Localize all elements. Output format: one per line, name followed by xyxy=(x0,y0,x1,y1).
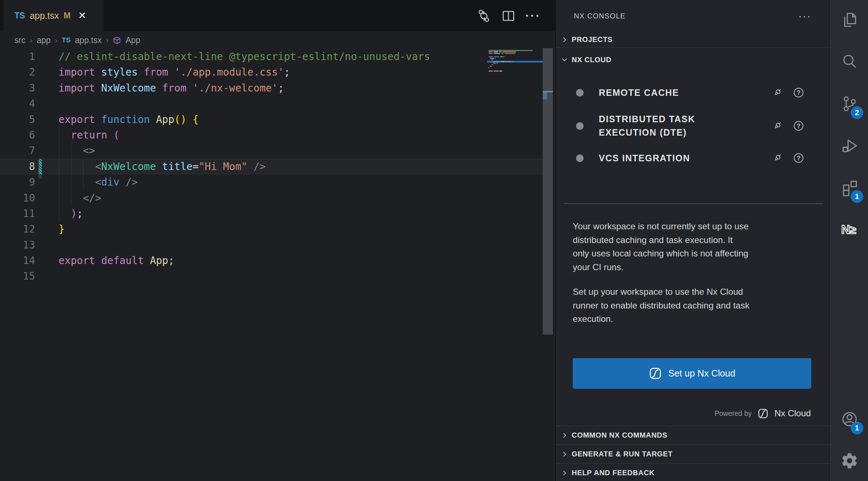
line-number[interactable]: 9 xyxy=(0,174,35,190)
extensions-icon[interactable]: 1 xyxy=(831,168,868,208)
typescript-file-icon: TS xyxy=(62,36,70,44)
chevron-right-icon xyxy=(561,36,568,43)
breadcrumb-symbol[interactable]: App xyxy=(125,35,140,45)
description-line: Your workspace is not currently set up t… xyxy=(573,220,818,233)
line-number[interactable]: 7 xyxy=(0,143,35,158)
split-editor-icon[interactable] xyxy=(500,8,516,24)
breadcrumb-src[interactable]: src xyxy=(14,35,26,45)
svg-text:N: N xyxy=(841,223,850,236)
section-label: HELP AND FEEDBACK xyxy=(572,469,655,477)
code-text: return ( xyxy=(59,127,120,143)
code-line[interactable]: 9 <div /> xyxy=(0,174,543,190)
line-number[interactable]: 6 xyxy=(0,127,35,143)
explorer-icon[interactable] xyxy=(831,0,868,40)
accounts-icon[interactable]: 1 xyxy=(831,399,868,439)
source-control-icon[interactable]: 2 xyxy=(831,84,868,124)
panel-title: NX CONSOLE xyxy=(574,12,626,20)
search-icon[interactable] xyxy=(831,42,868,82)
svg-text:?: ? xyxy=(797,123,800,129)
section-help-and-feedback[interactable]: HELP AND FEEDBACK xyxy=(556,463,830,481)
code-line[interactable]: 6 return ( xyxy=(0,127,543,143)
code-line[interactable]: 8 <NxWelcome title="Hi Mom" /> xyxy=(0,159,543,174)
line-number[interactable]: 12 xyxy=(0,221,35,237)
help-icon[interactable]: ? xyxy=(793,120,804,132)
status-bullet-icon xyxy=(576,89,584,97)
help-icon[interactable]: ? xyxy=(793,87,804,98)
section-common-nx-commands[interactable]: COMMON NX COMMANDS xyxy=(556,426,830,444)
line-number[interactable]: 10 xyxy=(0,190,35,206)
code-text: export default App; xyxy=(59,253,174,268)
nx-console-icon[interactable]: N≥ xyxy=(831,210,868,250)
code-line[interactable]: 13 xyxy=(0,237,543,253)
panel-more-actions-icon[interactable]: ··· xyxy=(798,14,811,18)
help-icon[interactable]: ? xyxy=(793,152,804,164)
symbol-method-icon xyxy=(113,36,121,44)
nx-cloud-item-label: VCS INTEGRATION xyxy=(599,152,690,165)
code-line[interactable]: 2import styles from './app.module.css'; xyxy=(0,64,543,80)
breadcrumb-file[interactable]: app.tsx xyxy=(75,35,102,45)
code-line[interactable]: 14export default App; xyxy=(0,253,543,268)
section-generate-run-target[interactable]: GENERATE & RUN TARGET xyxy=(556,444,830,463)
code-line[interactable]: 15 xyxy=(0,268,543,284)
code-text: <> xyxy=(59,143,95,158)
section-label: PROJECTS xyxy=(572,35,613,44)
code-line[interactable]: 3import NxWelcome from './nx-welcome'; xyxy=(0,80,543,96)
code-text: export function App() { xyxy=(59,112,199,127)
connect-icon[interactable] xyxy=(772,152,783,164)
tab-app-tsx[interactable]: TS app.tsx M ✕ xyxy=(4,0,104,31)
gutter-modified-marker xyxy=(39,159,42,174)
breadcrumb-separator: › xyxy=(30,36,33,44)
nx-cloud-item-label: REMOTE CACHE xyxy=(599,86,679,99)
connect-icon[interactable] xyxy=(772,87,783,98)
code-line[interactable]: 12} xyxy=(0,221,543,237)
line-number[interactable]: 5 xyxy=(0,112,35,127)
nx-cloud-item-remote-cache: REMOTE CACHE? xyxy=(556,82,830,103)
code-line[interactable]: 1// eslint-disable-next-line @typescript… xyxy=(0,49,543,64)
setup-nx-cloud-button[interactable]: Set up Nx Cloud xyxy=(573,358,811,389)
nx-cloud-item-label: DISTRIBUTED TASKEXECUTION (DTE) xyxy=(599,112,695,139)
nx-cloud-item-vcs-integration: VCS INTEGRATION? xyxy=(556,147,830,169)
code-line[interactable]: 5export function App() { xyxy=(0,112,543,127)
more-actions-icon[interactable]: ··· xyxy=(525,8,541,24)
typescript-file-icon: TS xyxy=(14,11,25,21)
svg-text:?: ? xyxy=(797,90,800,96)
section-label: COMMON NX COMMANDS xyxy=(572,431,667,439)
minimap[interactable] xyxy=(487,49,543,85)
vscode-window: TS app.tsx M ✕ ··· src › xyxy=(0,0,868,481)
run-debug-icon[interactable] xyxy=(831,126,868,166)
line-number[interactable]: 1 xyxy=(0,49,35,64)
nx-cloud-item-distributed-task: DISTRIBUTED TASKEXECUTION (DTE)? xyxy=(556,109,830,142)
section-projects[interactable]: PROJECTS xyxy=(556,32,830,48)
nx-cloud-logo-icon xyxy=(757,408,769,419)
tab-close-icon[interactable]: ✕ xyxy=(78,11,86,21)
workspace-status-text: Your workspace is not currently set up t… xyxy=(573,220,818,274)
settings-icon[interactable] xyxy=(831,441,868,481)
nx-cloud-logo-icon xyxy=(649,367,662,380)
editor-actions: ··· xyxy=(476,0,541,31)
line-number[interactable]: 11 xyxy=(0,206,35,221)
code-line[interactable]: 10 </> xyxy=(0,190,543,206)
editor-scrollbar[interactable] xyxy=(543,48,553,335)
code-line[interactable]: 4 xyxy=(0,96,543,111)
breadcrumb-separator: › xyxy=(106,36,108,44)
tab-bar: TS app.tsx M ✕ ··· xyxy=(0,0,555,31)
line-number[interactable]: 3 xyxy=(0,80,35,96)
breadcrumb-app[interactable]: app xyxy=(37,35,51,45)
line-number[interactable]: 8 xyxy=(0,159,35,174)
powered-by-nx-cloud[interactable]: Powered by Nx Cloud xyxy=(714,406,811,421)
line-number[interactable]: 4 xyxy=(0,96,35,111)
code-line[interactable]: 7 <> xyxy=(0,143,543,158)
setup-button-label: Set up Nx Cloud xyxy=(668,368,735,379)
code-text: <NxWelcome title="Hi Mom" /> xyxy=(59,159,266,174)
section-nx-cloud[interactable]: NX CLOUD xyxy=(556,48,830,71)
line-number[interactable]: 2 xyxy=(0,64,35,80)
code-line[interactable]: 11 ); xyxy=(0,206,543,221)
overview-modified-marker xyxy=(543,92,547,99)
description-line: only uses local caching which is not aff… xyxy=(573,247,818,260)
line-number[interactable]: 13 xyxy=(0,237,35,253)
connect-icon[interactable] xyxy=(772,120,783,132)
line-number[interactable]: 14 xyxy=(0,253,35,268)
line-number[interactable]: 15 xyxy=(0,268,35,284)
open-changes-icon[interactable] xyxy=(476,8,492,24)
code-editor[interactable]: 1// eslint-disable-next-line @typescript… xyxy=(0,49,555,481)
